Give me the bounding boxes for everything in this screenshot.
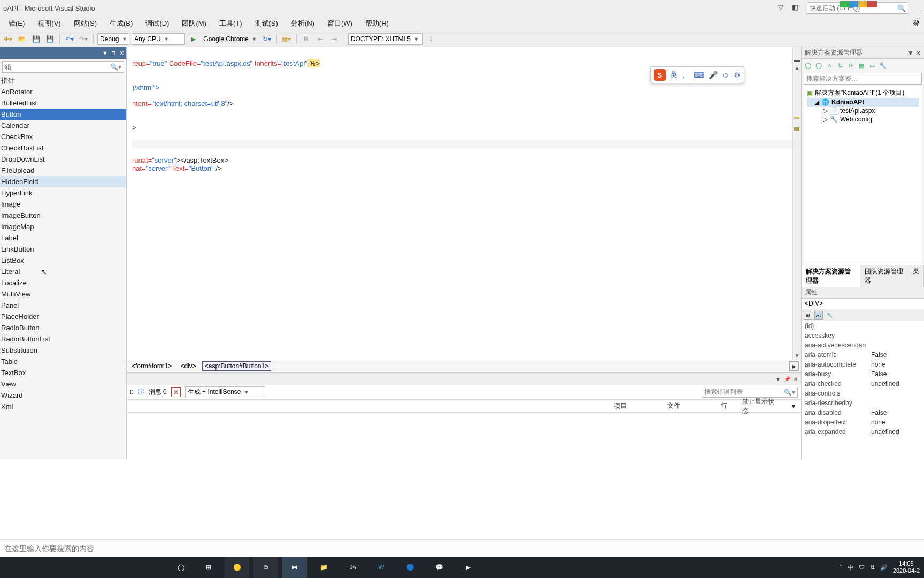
bc-button[interactable]: <asp:Button#Button1> (202, 361, 271, 371)
css-icon[interactable]: ▦▾ (281, 33, 292, 45)
home-icon[interactable]: ⌂ (825, 61, 834, 70)
menu-website[interactable]: 网站(S) (67, 17, 103, 31)
ime-voice-icon[interactable]: 🎤 (709, 71, 718, 79)
windows-search-bar[interactable] (0, 539, 924, 557)
refresh-icon[interactable]: ↻▾ (261, 33, 273, 45)
toolbox-search-input[interactable] (5, 63, 110, 71)
visual-studio-icon[interactable]: ⧓ (282, 557, 307, 578)
minimize-icon[interactable]: — (914, 4, 921, 12)
player-icon[interactable]: ▶ (456, 557, 480, 578)
vscode-icon[interactable]: ⧉ (253, 557, 278, 578)
prop-row[interactable]: aria-describedby (802, 398, 924, 408)
menu-help[interactable]: 帮助(H) (359, 17, 395, 31)
menu-debug[interactable]: 调试(D) (139, 17, 175, 31)
tb-item-placeholder[interactable]: PlaceHolder (0, 311, 126, 322)
network-icon[interactable]: ⇅ (870, 564, 875, 571)
tree-file-webconfig[interactable]: ▷🔧Web.config (807, 115, 919, 124)
prop-row[interactable]: aria-disabledFalse (802, 408, 924, 417)
error-search[interactable]: 搜索错误列表🔍▾ (702, 387, 798, 398)
tb-item-view[interactable]: View (0, 378, 126, 390)
col-file[interactable]: 文件 (662, 401, 715, 410)
menu-analyze[interactable]: 分析(N) (284, 17, 321, 31)
tb-item-bulletedlist[interactable]: BulletedList (0, 97, 126, 109)
tb-item-radiobutton[interactable]: RadioButton (0, 322, 126, 333)
tb-item-wizard[interactable]: Wizard (0, 390, 126, 401)
tb-item-hyperlink[interactable]: HyperLink (0, 187, 126, 199)
prop-row[interactable]: aria-checkedundefined (802, 379, 924, 389)
ime-punct-icon[interactable]: 、 (682, 70, 689, 80)
filter-icon[interactable]: ▽ (778, 3, 788, 13)
ime-settings-icon[interactable]: ⚙ (734, 71, 741, 79)
bc-form[interactable]: <form#form1> (129, 361, 174, 371)
wechat-icon[interactable]: 💬 (427, 557, 451, 578)
tb-item-pointer[interactable]: 指针 (0, 75, 126, 86)
error-count[interactable]: 0 (130, 389, 134, 396)
tab-solution-explorer[interactable]: 解决方案资源管理器 (802, 265, 860, 287)
refresh-icon[interactable]: ⟳ (846, 61, 855, 70)
pin-icon[interactable]: ⊓ (111, 50, 116, 57)
ime-toolbar[interactable]: S 英 、 ⌨ 🎤 ☺ ⚙ (650, 66, 744, 83)
build-mode-dropdown[interactable]: 生成 + IntelliSense▼ (185, 386, 265, 398)
tb-item-dropdownlist[interactable]: DropDownList (0, 154, 126, 165)
ime-emoji-icon[interactable]: ☺ (722, 71, 729, 79)
config-dropdown[interactable]: Debug▼ (97, 33, 129, 45)
tb-item-fileupload[interactable]: FileUpload (0, 165, 126, 176)
col-suppress[interactable]: 禁止显示状态 (737, 397, 785, 415)
tb-item-listbox[interactable]: ListBox (0, 255, 126, 266)
properties-icon[interactable]: 🔧 (879, 61, 887, 70)
run-target-dropdown[interactable]: Google Chrome▼ (201, 33, 259, 45)
pin-icon[interactable]: 📌 (784, 376, 790, 382)
tray-chevron-icon[interactable]: ˄ (839, 564, 842, 571)
overflow-icon[interactable]: ⁝ (425, 33, 437, 45)
prop-row[interactable]: aria-atomicFalse (802, 350, 924, 360)
message-count[interactable]: 消息 0 (149, 387, 167, 397)
col-line[interactable]: 行 (715, 401, 737, 410)
tb-item-textbox[interactable]: TextBox (0, 367, 126, 378)
prop-row[interactable]: aria-busyFalse (802, 369, 924, 379)
login-label[interactable]: 登 (913, 19, 922, 28)
tree-file-testapi[interactable]: ▷📄testApi.aspx (807, 107, 919, 115)
tb-item-adrotator[interactable]: AdRotator (0, 86, 126, 97)
new-item-icon[interactable]: 🗎 (301, 33, 312, 45)
open-icon[interactable]: 📂 (16, 33, 28, 45)
back-icon[interactable]: ◯ (804, 61, 812, 70)
redo-icon[interactable]: ↷▾ (78, 33, 89, 45)
prop-row[interactable]: aria-autocompletenone (802, 360, 924, 369)
close-icon[interactable]: ✕ (915, 49, 921, 57)
tab-team-explorer[interactable]: 团队资源管理器 (860, 265, 908, 287)
prop-row[interactable]: aria-dropeffectnone (802, 417, 924, 427)
wrench-icon[interactable]: 🔧 (825, 311, 834, 320)
search-icon[interactable]: 🔍▾ (110, 63, 121, 71)
store-icon[interactable]: 🛍 (340, 557, 365, 578)
bc-div[interactable]: <div> (178, 361, 198, 371)
menu-edit[interactable]: 辑(E) (2, 17, 31, 31)
forward-icon[interactable]: ◯ (814, 61, 823, 70)
tb-item-localize[interactable]: Localize (0, 277, 126, 288)
col-project[interactable]: 项目 (609, 401, 662, 410)
ime-keyboard-icon[interactable]: ⌨ (694, 71, 704, 79)
tb-item-hiddenfield[interactable]: HiddenField (0, 176, 126, 187)
tb-item-literal[interactable]: Literal (0, 266, 126, 277)
ime-tray-icon[interactable]: 中 (848, 564, 853, 572)
save-all-icon[interactable]: 💾 (44, 33, 56, 45)
tb-item-radiobuttonlist[interactable]: RadioButtonList (0, 333, 126, 345)
undo-icon[interactable]: ↶▾ (64, 33, 75, 45)
windows-search-input[interactable] (4, 544, 920, 553)
collapse-icon[interactable]: ▦ (857, 61, 866, 70)
tb-item-multiview[interactable]: MultiView (0, 288, 126, 300)
tb-item-linkbutton[interactable]: LinkButton (0, 244, 126, 255)
ime-lang[interactable]: 英 (670, 70, 677, 80)
tb-item-checkboxlist[interactable]: CheckBoxList (0, 142, 126, 154)
dropdown-icon[interactable]: ▼ (775, 376, 781, 382)
close-icon[interactable]: ✕ (119, 50, 124, 57)
dropdown-icon[interactable]: ▼ (907, 49, 914, 57)
prop-row[interactable]: aria-activedescendan (802, 340, 924, 350)
cortana-icon[interactable]: ◯ (169, 557, 192, 578)
task-view-icon[interactable]: ⊞ (197, 557, 220, 578)
toolbox-search[interactable]: 🔍▾ (2, 61, 124, 73)
menu-test[interactable]: 测试(S) (249, 17, 284, 31)
menu-team[interactable]: 团队(M) (175, 17, 213, 31)
menu-view[interactable]: 视图(V) (31, 17, 67, 31)
prop-row[interactable]: aria-controls (802, 389, 924, 398)
prop-row[interactable]: aria-expandedundefined (802, 427, 924, 437)
